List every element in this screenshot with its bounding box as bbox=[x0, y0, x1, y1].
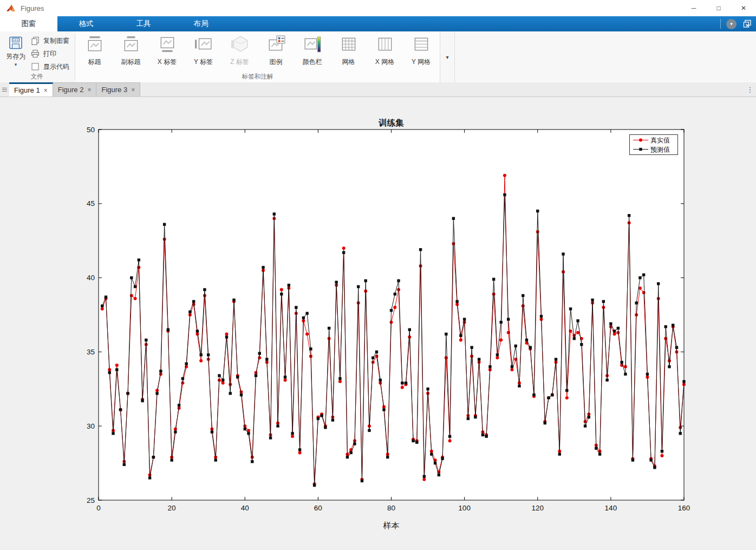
save-icon bbox=[9, 36, 23, 50]
copy-figure-label: 复制图窗 bbox=[43, 36, 69, 46]
svg-text:预测值: 预测值 bbox=[650, 146, 670, 153]
ribbon-item-colorbar[interactable]: 颜色栏 bbox=[294, 35, 330, 67]
minimize-button[interactable]: ─ bbox=[681, 0, 706, 16]
svg-text:40: 40 bbox=[87, 274, 95, 282]
chart-legend[interactable]: 真实值预测值 bbox=[630, 135, 678, 155]
ribbon-item-zlabel: Z 标签 bbox=[221, 35, 258, 67]
ribbon-item-xlabel[interactable]: X 标签 bbox=[149, 35, 185, 67]
ribbon-tab-bar: 图窗 格式 工具 布局 ▾ bbox=[0, 16, 756, 31]
figure-canvas: 020406080100120140160253035404550训练集样本真实… bbox=[0, 97, 756, 550]
ribbon-tab-figure[interactable]: 图窗 bbox=[0, 16, 57, 31]
svg-text:30: 30 bbox=[87, 422, 95, 430]
svg-text:140: 140 bbox=[605, 504, 617, 512]
matlab-logo-icon bbox=[6, 3, 16, 13]
figure-tab-strip: Figure 1 × Figure 2 × Figure 3 × ⋮ bbox=[0, 82, 756, 97]
tab-list-menu-icon[interactable] bbox=[0, 82, 9, 96]
svg-text:训练集: 训练集 bbox=[378, 118, 404, 127]
window-title: Figures bbox=[21, 4, 44, 12]
training-set-chart: 020406080100120140160253035404550训练集样本真实… bbox=[0, 97, 756, 550]
gallery-more-button[interactable]: ▾ bbox=[440, 31, 455, 82]
printer-icon bbox=[31, 49, 40, 58]
print-button[interactable]: 打印 bbox=[31, 49, 56, 59]
svg-text:60: 60 bbox=[314, 504, 322, 512]
close-button[interactable]: ✕ bbox=[731, 0, 756, 16]
figure-tab-3[interactable]: Figure 3 × bbox=[96, 82, 140, 96]
save-as-dropdown-icon[interactable]: ▾ bbox=[2, 62, 30, 67]
collapse-ribbon-button[interactable]: ▾ bbox=[726, 19, 737, 29]
svg-text:0: 0 bbox=[96, 504, 101, 512]
save-as-button[interactable]: 另存为 ▾ bbox=[2, 36, 30, 67]
figure-tab-1-label: Figure 1 bbox=[14, 86, 40, 94]
window-titlebar: Figures ─ □ ✕ bbox=[0, 0, 756, 17]
svg-text:50: 50 bbox=[87, 126, 95, 134]
ribbon-item-xgrid[interactable]: X 网格 bbox=[367, 35, 403, 67]
figure-tab-3-label: Figure 3 bbox=[101, 86, 127, 94]
copy-figure-button[interactable]: 复制图窗 bbox=[31, 36, 69, 46]
ribbon-tab-filler bbox=[230, 16, 715, 31]
figure-tab-filler bbox=[140, 82, 744, 96]
ribbon-item-subtitle[interactable]: 副标题 bbox=[113, 35, 149, 67]
svg-text:80: 80 bbox=[387, 504, 395, 512]
svg-text:35: 35 bbox=[87, 348, 95, 356]
tab-overflow-menu-icon[interactable]: ⋮ bbox=[744, 82, 756, 96]
svg-text:45: 45 bbox=[87, 199, 95, 208]
maximize-button[interactable]: □ bbox=[706, 0, 731, 16]
ribbon-item-title[interactable]: 标题 bbox=[76, 35, 113, 67]
ribbon-tab-layout[interactable]: 布局 bbox=[172, 16, 230, 31]
svg-text:25: 25 bbox=[87, 496, 95, 504]
ribbon-item-ygrid[interactable]: Y 网格 bbox=[403, 35, 439, 67]
copy-icon bbox=[31, 36, 40, 45]
ribbon-item-grid[interactable]: 网格 bbox=[330, 35, 367, 67]
show-code-label: 显示代码 bbox=[43, 62, 69, 72]
figure-tab-1-close-icon[interactable]: × bbox=[44, 87, 48, 94]
svg-text:160: 160 bbox=[678, 504, 690, 512]
svg-text:20: 20 bbox=[168, 504, 176, 512]
undock-window-icon[interactable] bbox=[743, 20, 752, 28]
figure-tab-1[interactable]: Figure 1 × bbox=[9, 82, 53, 96]
figure-tab-3-close-icon[interactable]: × bbox=[131, 86, 135, 94]
ribbon-item-legend[interactable]: 图例 bbox=[258, 35, 294, 67]
figure-tab-2-label: Figure 2 bbox=[58, 86, 84, 94]
ribbon-item-ylabel[interactable]: Y 标签 bbox=[185, 35, 221, 67]
save-as-label: 另存为 bbox=[2, 52, 30, 61]
svg-text:40: 40 bbox=[241, 504, 249, 512]
svg-text:120: 120 bbox=[531, 504, 544, 512]
annotation-group-label: 标签和注解 bbox=[75, 73, 440, 81]
ribbon-tab-format[interactable]: 格式 bbox=[57, 16, 115, 31]
ribbon-separator bbox=[720, 19, 721, 29]
figure-tab-2[interactable]: Figure 2 × bbox=[53, 82, 97, 96]
ribbon-toolbar: 另存为 ▾ 复制图窗 打印 显示代码 文件 标题 副标题 X 标签 bbox=[0, 31, 756, 83]
svg-text:真实值: 真实值 bbox=[650, 137, 670, 144]
svg-text:样本: 样本 bbox=[383, 521, 400, 530]
print-label: 打印 bbox=[43, 49, 56, 59]
ribbon-tab-tools[interactable]: 工具 bbox=[115, 16, 172, 31]
svg-text:100: 100 bbox=[458, 504, 471, 512]
file-group-label: 文件 bbox=[16, 73, 57, 81]
figure-tab-2-close-icon[interactable]: × bbox=[87, 86, 91, 94]
checkbox-icon bbox=[31, 62, 40, 71]
show-code-checkbox[interactable]: 显示代码 bbox=[31, 62, 69, 72]
